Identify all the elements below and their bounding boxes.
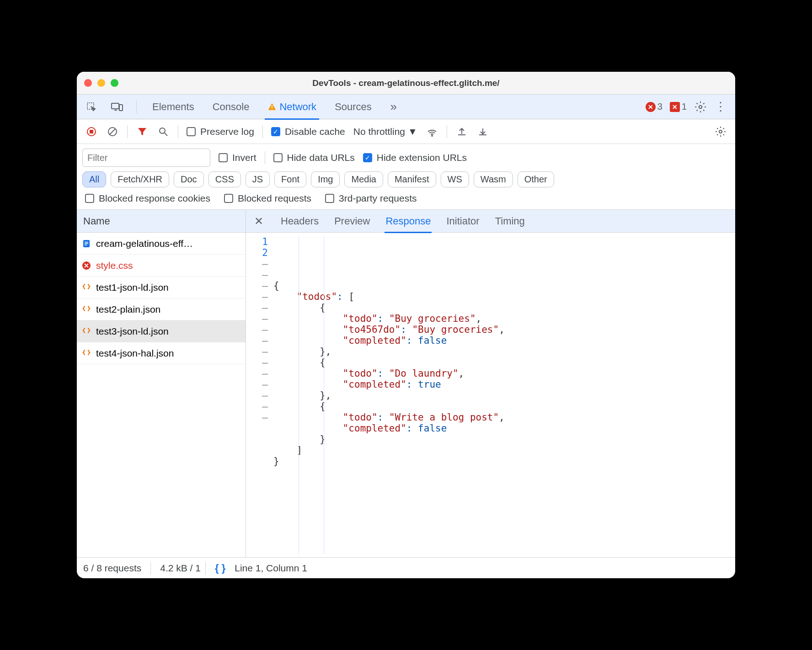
network-settings-gear-icon[interactable]	[714, 125, 727, 138]
tab-console[interactable]: Console	[210, 96, 252, 118]
detail-tab-timing[interactable]: Timing	[494, 211, 526, 232]
chip-wasm[interactable]: Wasm	[474, 171, 513, 187]
error-count[interactable]: ✕ 3	[646, 101, 662, 112]
filter-input[interactable]	[82, 149, 210, 167]
chip-fetch-xhr[interactable]: Fetch/XHR	[111, 171, 169, 187]
code-body: { "todos": [ { "todo": "Buy groceries", …	[273, 233, 505, 557]
inspect-icon[interactable]	[85, 101, 98, 113]
chip-js[interactable]: JS	[246, 171, 270, 187]
json-icon	[81, 304, 91, 314]
chip-css[interactable]: CSS	[208, 171, 241, 187]
chip-all[interactable]: All	[82, 171, 106, 187]
minimize-window-button[interactable]	[97, 79, 105, 87]
settings-gear-icon[interactable]	[694, 101, 707, 113]
close-window-button[interactable]	[84, 79, 92, 87]
json-icon	[81, 348, 91, 358]
line-gutter: 12–––––––––––––––	[246, 233, 273, 557]
tab-network[interactable]: Network	[265, 96, 319, 120]
document-icon	[81, 239, 91, 249]
more-tabs-icon[interactable]: »	[387, 101, 400, 113]
request-row[interactable]: style.css	[77, 255, 246, 277]
json-icon	[81, 326, 91, 336]
svg-point-5	[699, 105, 702, 108]
svg-point-13	[719, 130, 722, 133]
svg-rect-1	[112, 103, 119, 109]
svg-point-12	[432, 135, 433, 136]
svg-rect-16	[85, 243, 88, 244]
detail-panel: ✕ HeadersPreviewResponseInitiatorTiming …	[246, 210, 735, 557]
detail-tab-headers[interactable]: Headers	[280, 211, 320, 232]
network-conditions-icon[interactable]	[426, 125, 438, 138]
detail-tab-response[interactable]: Response	[385, 211, 432, 233]
hide-data-urls-checkbox[interactable]: Hide data URLs	[273, 152, 355, 163]
throttling-select[interactable]: No throttling ▼	[353, 126, 417, 137]
svg-rect-4	[272, 108, 273, 109]
extra-filter-row: Blocked response cookies Blocked request…	[77, 193, 735, 210]
kebab-menu-icon[interactable]: ⋮	[714, 101, 727, 113]
request-name: test3-json-ld.json	[96, 326, 241, 337]
svg-rect-2	[119, 105, 123, 111]
request-name: cream-gelatinous-eff…	[96, 238, 241, 249]
chip-media[interactable]: Media	[344, 171, 383, 187]
filter-bar: Invert Hide data URLs ✓Hide extension UR…	[77, 144, 735, 171]
request-row[interactable]: test3-json-ld.json	[77, 320, 246, 342]
main-split: Name cream-gelatinous-eff…style.csstest1…	[77, 210, 735, 557]
chip-img[interactable]: Img	[311, 171, 340, 187]
issue-square-icon: ✕	[670, 102, 680, 112]
svg-rect-17	[85, 245, 87, 245]
request-name: style.css	[96, 260, 241, 271]
request-name: test1-json-ld.json	[96, 282, 241, 293]
hide-extension-urls-checkbox[interactable]: ✓Hide extension URLs	[363, 152, 467, 163]
preserve-log-checkbox[interactable]: Preserve log	[187, 126, 254, 137]
invert-checkbox[interactable]: Invert	[219, 152, 256, 163]
issue-count[interactable]: ✕ 1	[670, 101, 687, 112]
error-circle-icon: ✕	[646, 102, 656, 112]
record-button[interactable]	[85, 125, 98, 138]
tab-elements[interactable]: Elements	[150, 96, 197, 118]
chip-manifest[interactable]: Manifest	[388, 171, 436, 187]
chip-ws[interactable]: WS	[441, 171, 469, 187]
request-row[interactable]: cream-gelatinous-eff…	[77, 233, 246, 255]
search-icon[interactable]	[157, 125, 170, 138]
window-title: DevTools - cream-gelatinous-effect.glitc…	[77, 78, 735, 88]
request-row[interactable]: test4-json-hal.json	[77, 342, 246, 364]
network-toolbar: Preserve log ✓Disable cache No throttlin…	[77, 119, 735, 144]
detail-tab-initiator[interactable]: Initiator	[445, 211, 480, 232]
upload-har-icon[interactable]	[455, 125, 468, 138]
request-row[interactable]: test2-plain.json	[77, 298, 246, 320]
svg-line-9	[110, 129, 115, 134]
filter-icon[interactable]	[136, 125, 149, 138]
status-transfer: 4.2 kB / 1	[160, 563, 201, 574]
request-list-header[interactable]: Name	[77, 210, 246, 233]
download-har-icon[interactable]	[476, 125, 489, 138]
status-bar: 6 / 8 requests 4.2 kB / 1 { } Line 1, Co…	[77, 557, 735, 578]
detail-tab-preview[interactable]: Preview	[333, 211, 371, 232]
error-icon	[81, 261, 91, 271]
svg-rect-7	[90, 130, 93, 133]
blocked-cookies-checkbox[interactable]: Blocked response cookies	[85, 193, 210, 204]
request-name: test4-json-hal.json	[96, 348, 241, 359]
response-code-view[interactable]: 12––––––––––––––– { "todos": [ { "todo":…	[246, 233, 735, 557]
request-row[interactable]: test1-json-ld.json	[77, 277, 246, 298]
tab-sources[interactable]: Sources	[332, 96, 374, 118]
json-icon	[81, 282, 91, 293]
third-party-checkbox[interactable]: 3rd-party requests	[325, 193, 417, 204]
titlebar: DevTools - cream-gelatinous-effect.glitc…	[77, 72, 735, 95]
disable-cache-checkbox[interactable]: ✓Disable cache	[271, 126, 345, 137]
main-tabs-bar: Elements Console Network Sources » ✕ 3 ✕…	[77, 95, 735, 119]
request-list: Name cream-gelatinous-eff…style.csstest1…	[77, 210, 246, 557]
device-toolbar-icon[interactable]	[111, 101, 123, 113]
svg-point-10	[160, 128, 165, 133]
pretty-print-icon[interactable]: { }	[215, 562, 225, 574]
status-requests: 6 / 8 requests	[83, 563, 141, 574]
close-detail-icon[interactable]: ✕	[251, 215, 266, 228]
clear-button[interactable]	[106, 125, 119, 138]
chip-font[interactable]: Font	[274, 171, 306, 187]
chip-doc[interactable]: Doc	[174, 171, 204, 187]
chip-other[interactable]: Other	[518, 171, 554, 187]
detail-tabs: ✕ HeadersPreviewResponseInitiatorTiming	[246, 210, 735, 233]
maximize-window-button[interactable]	[111, 79, 118, 87]
svg-rect-15	[85, 242, 88, 243]
devtools-window: DevTools - cream-gelatinous-effect.glitc…	[77, 72, 735, 578]
blocked-requests-checkbox[interactable]: Blocked requests	[224, 193, 311, 204]
